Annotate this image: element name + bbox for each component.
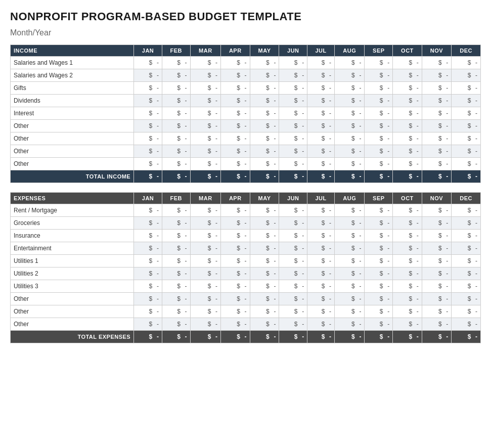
cell-value[interactable]: $ - [250,267,279,280]
cell-value[interactable]: $ - [307,158,335,170]
cell-value[interactable]: $ - [422,242,452,255]
cell-value[interactable]: $ - [250,305,279,318]
cell-value[interactable]: $ - [452,95,481,107]
cell-value[interactable]: $ - [335,145,365,158]
cell-value[interactable]: $ - [162,145,190,158]
cell-value[interactable]: $ - [393,69,422,82]
cell-value[interactable]: $ - [190,95,220,107]
cell-value[interactable]: $ - [250,204,279,217]
cell-value[interactable]: $ - [190,230,220,242]
cell-value[interactable]: $ - [190,158,220,170]
cell-value[interactable]: $ - [250,145,279,158]
cell-value[interactable]: $ - [134,107,162,120]
cell-value[interactable]: $ - [335,293,365,305]
cell-value[interactable]: $ - [190,305,220,318]
cell-value[interactable]: $ - [422,120,452,132]
cell-value[interactable]: $ - [221,305,250,318]
cell-value[interactable]: $ - [365,255,393,267]
cell-value[interactable]: $ - [307,217,335,230]
cell-value[interactable]: $ - [307,204,335,217]
cell-value[interactable]: $ - [393,217,422,230]
cell-value[interactable]: $ - [190,242,220,255]
cell-value[interactable]: $ - [365,107,393,120]
cell-value[interactable]: $ - [365,82,393,95]
cell-value[interactable]: $ - [162,242,190,255]
cell-value[interactable]: $ - [134,145,162,158]
cell-value[interactable]: $ - [134,69,162,82]
cell-value[interactable]: $ - [307,230,335,242]
cell-value[interactable]: $ - [279,145,307,158]
cell-value[interactable]: $ - [365,318,393,331]
cell-value[interactable]: $ - [452,293,481,305]
cell-value[interactable]: $ - [422,132,452,145]
cell-value[interactable]: $ - [307,82,335,95]
cell-value[interactable]: $ - [250,107,279,120]
cell-value[interactable]: $ - [393,82,422,95]
cell-value[interactable]: $ - [422,280,452,293]
cell-value[interactable]: $ - [134,267,162,280]
cell-value[interactable]: $ - [162,69,190,82]
cell-value[interactable]: $ - [393,158,422,170]
cell-value[interactable]: $ - [393,57,422,69]
cell-value[interactable]: $ - [190,255,220,267]
cell-value[interactable]: $ - [190,107,220,120]
cell-value[interactable]: $ - [250,69,279,82]
cell-value[interactable]: $ - [335,57,365,69]
cell-value[interactable]: $ - [221,95,250,107]
cell-value[interactable]: $ - [365,280,393,293]
cell-value[interactable]: $ - [134,318,162,331]
cell-value[interactable]: $ - [279,242,307,255]
cell-value[interactable]: $ - [134,158,162,170]
cell-value[interactable]: $ - [279,318,307,331]
cell-value[interactable]: $ - [134,242,162,255]
cell-value[interactable]: $ - [452,267,481,280]
cell-value[interactable]: $ - [250,318,279,331]
cell-value[interactable]: $ - [335,158,365,170]
cell-value[interactable]: $ - [307,57,335,69]
cell-value[interactable]: $ - [279,230,307,242]
cell-value[interactable]: $ - [452,69,481,82]
cell-value[interactable]: $ - [422,82,452,95]
cell-value[interactable]: $ - [393,107,422,120]
cell-value[interactable]: $ - [134,82,162,95]
cell-value[interactable]: $ - [422,267,452,280]
cell-value[interactable]: $ - [393,132,422,145]
cell-value[interactable]: $ - [335,204,365,217]
cell-value[interactable]: $ - [279,293,307,305]
cell-value[interactable]: $ - [250,293,279,305]
cell-value[interactable]: $ - [335,305,365,318]
cell-value[interactable]: $ - [335,267,365,280]
cell-value[interactable]: $ - [162,57,190,69]
cell-value[interactable]: $ - [452,82,481,95]
cell-value[interactable]: $ - [190,293,220,305]
cell-value[interactable]: $ - [134,95,162,107]
cell-value[interactable]: $ - [422,293,452,305]
cell-value[interactable]: $ - [335,132,365,145]
cell-value[interactable]: $ - [393,293,422,305]
cell-value[interactable]: $ - [221,217,250,230]
cell-value[interactable]: $ - [162,267,190,280]
cell-value[interactable]: $ - [307,255,335,267]
cell-value[interactable]: $ - [279,107,307,120]
cell-value[interactable]: $ - [307,132,335,145]
cell-value[interactable]: $ - [422,204,452,217]
cell-value[interactable]: $ - [422,217,452,230]
cell-value[interactable]: $ - [422,57,452,69]
cell-value[interactable]: $ - [162,280,190,293]
cell-value[interactable]: $ - [422,255,452,267]
cell-value[interactable]: $ - [393,230,422,242]
cell-value[interactable]: $ - [393,145,422,158]
cell-value[interactable]: $ - [134,132,162,145]
cell-value[interactable]: $ - [307,120,335,132]
cell-value[interactable]: $ - [307,95,335,107]
cell-value[interactable]: $ - [422,318,452,331]
cell-value[interactable]: $ - [279,267,307,280]
cell-value[interactable]: $ - [134,255,162,267]
cell-value[interactable]: $ - [221,69,250,82]
cell-value[interactable]: $ - [221,132,250,145]
cell-value[interactable]: $ - [190,267,220,280]
cell-value[interactable]: $ - [162,230,190,242]
cell-value[interactable]: $ - [335,217,365,230]
cell-value[interactable]: $ - [221,242,250,255]
cell-value[interactable]: $ - [452,318,481,331]
